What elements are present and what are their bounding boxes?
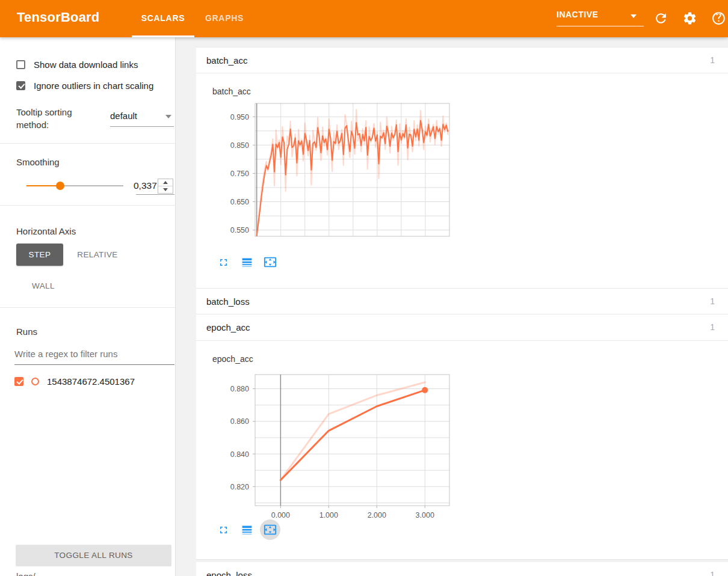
run-name: 1543874672.4501367 — [47, 376, 135, 387]
help-icon — [711, 11, 726, 26]
section-count-badge: 1 — [710, 289, 715, 314]
status-dropdown-value: INACTIVE — [557, 10, 598, 19]
section-title: epoch_acc — [206, 314, 250, 340]
section-header-epoch-loss[interactable]: epoch_loss 1 — [196, 562, 728, 576]
smoothing-value-input[interactable]: 0,337 — [134, 180, 155, 191]
status-dropdown[interactable]: INACTIVE — [557, 10, 644, 26]
fullscreen-button[interactable] — [213, 519, 233, 540]
y-tick-label: 0.850 — [230, 141, 249, 150]
checkbox-label: Show data download links — [34, 60, 138, 70]
smoothing-label: Smoothing — [16, 156, 60, 168]
x-tick-label: 2.000 — [368, 511, 386, 519]
arrow-up-icon — [163, 181, 168, 184]
line-weight-button[interactable] — [236, 252, 257, 272]
spinner-down-button[interactable] — [158, 186, 173, 193]
chevron-down-icon — [631, 14, 637, 18]
x-tick-label: 1.000 — [319, 511, 338, 519]
runs-filter-input[interactable]: Write a regex to filter runs — [14, 349, 174, 365]
line-weight-icon — [241, 524, 253, 536]
y-tick-label: 0.650 — [230, 198, 249, 206]
section-title: epoch_loss — [206, 562, 252, 576]
last-point-dot — [422, 387, 428, 393]
app-header: TensorBoard SCALARS GRAPHS INACTIVE — [0, 0, 728, 37]
x-tick-label: 3.000 — [416, 511, 434, 519]
fit-domain-button-active[interactable] — [260, 519, 280, 540]
toggle-all-runs-button[interactable]: TOGGLE ALL RUNS — [16, 545, 171, 566]
section-count-badge: 1 — [710, 314, 715, 340]
divider — [0, 205, 175, 206]
fullscreen-icon — [218, 524, 229, 536]
tab-graphs[interactable]: GRAPHS — [197, 0, 252, 37]
chart-actions — [213, 252, 280, 272]
y-tick-label: 0.950 — [230, 113, 249, 121]
checkbox-ignore-outliers[interactable]: Ignore outliers in chart scaling — [16, 79, 153, 91]
fit-domain-icon — [264, 523, 277, 536]
logs-path-footer: logs/ — [16, 571, 35, 576]
tooltip-sorting-dropdown[interactable]: default — [110, 111, 174, 127]
arrow-down-icon — [163, 188, 168, 191]
axis-step-button[interactable]: STEP — [16, 244, 63, 266]
section-body-batch-acc: batch_acc 0.5500.6500.7500.8500.950 — [196, 73, 728, 289]
smoothed-series-line — [280, 390, 425, 480]
horizontal-axis-label: Horizontal Axis — [16, 225, 76, 237]
axis-relative-button[interactable]: RELATIVE — [73, 244, 122, 266]
y-tick-label: 0.840 — [230, 450, 249, 459]
chevron-down-icon — [165, 115, 171, 118]
scalars-dashboard: batch_acc 1 batch_acc 0.5500.6500.7500.8… — [176, 37, 728, 576]
y-tick-label: 0.860 — [230, 417, 249, 426]
chart-actions — [213, 519, 280, 540]
smoothing-spinner[interactable] — [158, 179, 173, 194]
y-tick-label: 0.750 — [230, 170, 249, 178]
line-weight-icon — [241, 256, 253, 269]
divider — [0, 307, 175, 308]
y-tick-label: 0.880 — [230, 385, 249, 393]
settings-sidebar: Show data download links Ignore outliers… — [0, 37, 176, 576]
section-header-batch-loss[interactable]: batch_loss 1 — [196, 289, 728, 314]
checkbox-box[interactable] — [16, 81, 25, 90]
app-title: TensorBoard — [17, 10, 99, 25]
section-body-epoch-acc: epoch_acc 0.8200.8400.8600.8800.0001.000… — [196, 341, 728, 560]
y-tick-label: 0.820 — [230, 483, 249, 491]
section-header-epoch-acc[interactable]: epoch_acc 1 — [196, 314, 728, 341]
run-checkbox[interactable] — [14, 377, 23, 386]
section-count-badge: 1 — [710, 47, 715, 73]
section-header-batch-acc[interactable]: batch_acc 1 — [196, 47, 728, 73]
chart-title: batch_acc — [212, 87, 251, 96]
section-title: batch_acc — [206, 47, 247, 73]
chart-title: epoch_acc — [212, 354, 253, 364]
batch-acc-chart[interactable]: 0.5500.6500.7500.8500.950 — [210, 100, 457, 253]
refresh-icon — [653, 11, 668, 26]
tab-scalars[interactable]: SCALARS — [132, 0, 194, 37]
fullscreen-icon — [218, 257, 229, 268]
help-button[interactable] — [710, 10, 727, 26]
tooltip-sorting-label: Tooltip sorting method: — [16, 106, 97, 131]
axis-wall-button[interactable]: WALL — [26, 275, 60, 297]
divider — [0, 143, 175, 144]
settings-button[interactable] — [681, 10, 698, 26]
epoch-acc-chart[interactable]: 0.8200.8400.8600.8800.0001.0002.0003.000 — [210, 371, 457, 522]
checkbox-label: Ignore outliers in chart scaling — [34, 81, 153, 91]
section-count-badge: 1 — [710, 562, 715, 576]
line-weight-button[interactable] — [236, 519, 257, 540]
checkbox-box[interactable] — [16, 60, 25, 69]
gear-icon — [682, 11, 697, 26]
tooltip-sorting-value: default — [110, 111, 137, 121]
refresh-button[interactable] — [652, 10, 669, 26]
spinner-up-button[interactable] — [158, 179, 173, 186]
fit-domain-icon — [264, 256, 277, 269]
run-item[interactable]: 1543874672.4501367 — [14, 375, 135, 387]
fit-domain-button[interactable] — [260, 252, 280, 272]
x-tick-label: 0.000 — [271, 511, 290, 519]
y-tick-label: 0.550 — [230, 226, 249, 234]
smoothing-input-underline — [136, 194, 174, 195]
checkbox-show-download-links[interactable]: Show data download links — [16, 58, 138, 70]
runs-label: Runs — [16, 325, 37, 338]
smoothing-slider-fill — [26, 185, 60, 186]
section-title: batch_loss — [206, 289, 250, 314]
smoothing-slider-thumb[interactable] — [56, 182, 64, 190]
fullscreen-button[interactable] — [213, 252, 233, 272]
run-color-circle-icon[interactable] — [31, 378, 39, 385]
